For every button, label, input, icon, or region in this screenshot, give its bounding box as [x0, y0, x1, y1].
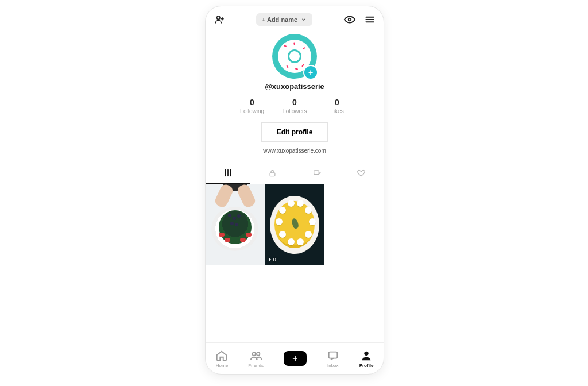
stat-count: 0: [273, 98, 316, 107]
nav-profile[interactable]: Profile: [359, 349, 374, 368]
video-grid: 0: [206, 184, 384, 265]
video-thumb[interactable]: [206, 184, 265, 265]
stats-row: 0 Following 0 Followers 0 Likes: [206, 98, 384, 114]
repost-icon: [312, 168, 322, 177]
tab-locked[interactable]: [250, 163, 295, 183]
avatar[interactable]: +: [272, 34, 317, 79]
svg-rect-3: [314, 171, 319, 175]
username: @xuxopatisserie: [206, 82, 384, 91]
lock-icon: [268, 169, 277, 177]
top-bar: + Add name: [206, 6, 384, 33]
nav-label: Home: [216, 363, 228, 368]
svg-point-0: [217, 16, 220, 19]
menu-icon[interactable]: [364, 14, 376, 25]
chevron-down-icon: [301, 17, 307, 22]
svg-point-5: [257, 352, 260, 356]
stat-label: Following: [231, 108, 273, 114]
stat-following[interactable]: 0 Following: [231, 98, 273, 114]
tab-grid[interactable]: [206, 163, 250, 184]
eye-icon[interactable]: [343, 13, 356, 26]
stat-likes[interactable]: 0 Likes: [316, 98, 358, 114]
video-thumb[interactable]: 0: [265, 184, 324, 265]
nav-label: Friends: [248, 363, 264, 368]
nav-home[interactable]: Home: [215, 349, 228, 368]
stat-followers[interactable]: 0 Followers: [273, 98, 316, 114]
nav-label: Inbox: [327, 363, 339, 368]
bio-link[interactable]: www.xuxopatisserie.com: [206, 148, 384, 154]
add-name-pill[interactable]: + Add name: [256, 13, 312, 26]
stat-count: 0: [316, 98, 358, 107]
tab-liked[interactable]: [339, 163, 384, 183]
grid-icon: [223, 168, 233, 177]
heart-icon: [357, 168, 366, 177]
svg-point-4: [252, 352, 256, 356]
svg-point-1: [349, 18, 351, 21]
edit-profile-button[interactable]: Edit profile: [261, 122, 328, 142]
avatar-plus-badge[interactable]: +: [303, 65, 318, 80]
tab-reposts[interactable]: [295, 163, 339, 183]
profile-content: + @xuxopatisserie 0 Following 0 Follower…: [206, 33, 384, 342]
views-count: 0: [273, 257, 276, 263]
stat-label: Likes: [316, 108, 358, 114]
nav-label: Profile: [359, 363, 374, 368]
svg-rect-2: [270, 172, 275, 176]
stat-count: 0: [231, 98, 273, 107]
phone-frame: + Add name: [205, 6, 384, 375]
nav-inbox[interactable]: Inbox: [327, 349, 339, 368]
add-name-label: + Add name: [262, 16, 297, 23]
plus-icon: +: [284, 351, 307, 366]
play-icon: [268, 257, 272, 262]
nav-create[interactable]: +: [284, 351, 307, 366]
add-person-icon[interactable]: [214, 14, 225, 25]
bottom-nav: Home Friends + Inbox Prof: [206, 342, 384, 374]
video-thumb-empty: [324, 184, 384, 265]
home-icon: [215, 349, 228, 362]
svg-point-7: [364, 351, 368, 355]
content-tabs: [206, 163, 384, 184]
inbox-icon: [327, 349, 339, 362]
profile-icon: [360, 349, 373, 362]
video-views: 0: [268, 257, 276, 263]
svg-rect-6: [328, 352, 337, 358]
nav-friends[interactable]: Friends: [248, 349, 264, 368]
stat-label: Followers: [273, 108, 316, 114]
friends-icon: [250, 349, 262, 362]
